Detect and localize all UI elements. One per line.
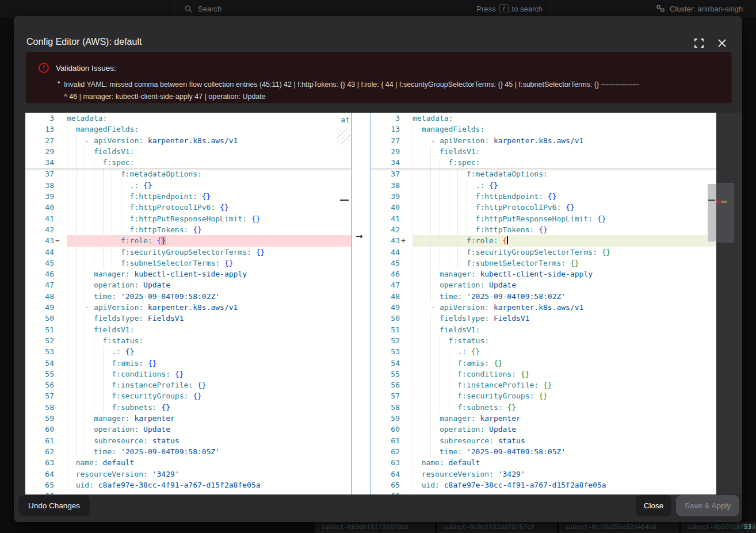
code-line[interactable]: 55f:conditions: {} [371, 369, 716, 379]
cluster-selector[interactable]: Cluster: anirban-singh [656, 0, 743, 17]
code-line[interactable]: 50fieldsType: FieldsV1 [25, 313, 351, 324]
code-line[interactable]: 46manager: kubectl-client-side-apply [371, 269, 716, 279]
code-line[interactable]: 44f:securityGroupSelectorTerms: {} [371, 247, 716, 258]
sticky-line[interactable]: 13managedFields: [25, 124, 351, 135]
code-line[interactable]: 62time: '2025-09-04T09:58:05Z' [371, 446, 716, 457]
modified-editor-pane[interactable]: 3metadata:13managedFields:27- apiVersion… [371, 113, 716, 494]
code-line[interactable]: 63name: default [25, 457, 351, 468]
code-line[interactable]: 40f:httpProtocolIPv6: {} [25, 202, 351, 213]
code-line[interactable]: 56f:instanceProfile: {} [25, 379, 351, 390]
code-line[interactable]: 38.: {} [371, 180, 716, 191]
code-line[interactable]: 54f:amis: {} [25, 358, 351, 369]
global-search-input[interactable]: Search Press / to search [174, 0, 551, 17]
code-text: operation: Update [413, 279, 716, 290]
code-line[interactable]: 53.: {} [371, 346, 716, 357]
code-line[interactable]: 45f:subnetSelectorTerms: {} [371, 258, 716, 269]
code-line[interactable]: 49- apiVersion: karpenter.k8s.aws/v1 [25, 302, 351, 313]
expand-icon[interactable] [694, 38, 707, 51]
diff-marker [400, 313, 413, 324]
code-text: f:role: {} [67, 235, 351, 246]
code-line[interactable]: 42f:httpTokens: {} [371, 224, 716, 235]
original-editor-pane[interactable]: 3metadata:13managedFields:27- apiVersion… [25, 113, 351, 494]
sticky-line[interactable]: 27- apiVersion: karpenter.k8s.aws/v1 [25, 135, 351, 146]
code-line[interactable]: 46manager: kubectl-client-side-apply [25, 269, 351, 279]
sticky-line[interactable]: 29fieldsV1: [25, 146, 351, 157]
code-line[interactable]: 60operation: Update [371, 424, 716, 435]
code-line[interactable]: 50fieldsType: FieldsV1 [371, 313, 716, 324]
code-line[interactable]: 64resourceVersion: '3429' [371, 469, 716, 480]
undo-changes-button[interactable]: Undo Changes [18, 495, 90, 516]
sticky-line[interactable]: 3metadata: [371, 113, 716, 124]
code-line[interactable]: 61subresource: status [371, 435, 716, 446]
code-line[interactable]: 56f:instanceProfile: {} [371, 379, 716, 390]
code-line[interactable]: 55f:conditions: {} [25, 369, 351, 379]
diff-sash[interactable]: → [351, 113, 371, 494]
code-line[interactable]: 54f:amis: {} [371, 358, 716, 369]
code-line[interactable]: 37f:metadataOptions: [371, 168, 716, 179]
sticky-line[interactable]: 3metadata: [25, 113, 351, 124]
code-text: time: '2025-09-04T09:58:02Z' [67, 291, 351, 302]
save-apply-button-disabled[interactable]: Save & Apply [676, 495, 739, 516]
code-line[interactable]: 51fieldsV1: [25, 324, 351, 335]
modified-code[interactable]: 37f:metadataOptions:38.: {}39f:httpEndpo… [371, 168, 716, 494]
code-line[interactable]: 64resourceVersion: '3429' [25, 469, 351, 480]
minimap[interactable] [716, 113, 742, 494]
code-line[interactable]: 48time: '2025-09-04T09:58:02Z' [371, 291, 716, 302]
code-line[interactable]: 41f:httpPutResponseHopLimit: {} [25, 213, 351, 224]
code-line[interactable]: 38.: {} [25, 180, 351, 191]
code-line[interactable]: 43+f:role: { [371, 235, 716, 246]
code-line[interactable]: 52f:status: [371, 335, 716, 346]
sticky-line[interactable]: 34f:spec: [25, 157, 351, 168]
code-text: fieldsType: FieldsV1 [413, 313, 716, 324]
code-line[interactable]: 51fieldsV1: [371, 324, 716, 335]
code-line[interactable]: 65uid: c8afe97e-38cc-4f91-a767-d15f2a8fe… [25, 480, 351, 490]
code-line[interactable]: 43−f:role: {} [25, 235, 351, 246]
code-line[interactable]: 59manager: karpenter [371, 413, 716, 424]
code-line[interactable]: 41f:httpPutResponseHopLimit: {} [371, 213, 716, 224]
code-line[interactable]: 53.: {} [25, 346, 351, 357]
original-code[interactable]: 37f:metadataOptions:38.: {}39f:httpEndpo… [25, 168, 351, 494]
revert-arrow-button[interactable]: → [356, 231, 363, 241]
token: fieldsType: [94, 314, 143, 323]
code-line[interactable]: 52f:status: [25, 335, 351, 346]
code-line[interactable]: 47operation: Update [25, 279, 351, 290]
code-line[interactable]: 45f:subnetSelectorTerms: {} [25, 258, 351, 269]
code-line[interactable]: 57f:securityGroups: {} [25, 390, 351, 401]
close-button[interactable]: Close [636, 495, 671, 516]
code-line[interactable]: 47operation: Update [371, 279, 716, 290]
line-gutter: 50 [25, 313, 67, 324]
code-line[interactable]: 57f:securityGroups: {} [371, 390, 716, 401]
token: '2025-09-04T09:58:05Z' [121, 447, 220, 456]
line-number: 51 [25, 324, 54, 335]
sticky-line[interactable]: 13managedFields: [371, 124, 716, 135]
code-line[interactable]: 65uid: c8afe97e-38cc-4f91-a767-d15f2a8fe… [371, 480, 716, 490]
code-line[interactable]: 49- apiVersion: karpenter.k8s.aws/v1 [371, 302, 716, 313]
vertical-scrollbar[interactable] [708, 184, 716, 241]
code-line[interactable]: 39f:httpEndpoint: {} [371, 191, 716, 202]
token: f:amis: [112, 359, 143, 367]
diff-marker [400, 390, 413, 401]
code-line[interactable]: 60operation: Update [25, 424, 351, 435]
sticky-line[interactable]: 29fieldsV1: [371, 146, 716, 157]
code-line[interactable]: 61subresource: status [25, 435, 351, 446]
code-line[interactable]: 42f:httpTokens: {} [25, 224, 351, 235]
code-line[interactable]: 59manager: karpenter [25, 413, 351, 424]
code-line[interactable]: 44f:securityGroupSelectorTerms: {} [25, 247, 351, 258]
code-line[interactable]: 58f:subnets: {} [25, 402, 351, 413]
code-line[interactable]: 48time: '2025-09-04T09:58:02Z' [25, 291, 351, 302]
minimap-slider[interactable] [716, 183, 734, 243]
code-line[interactable]: 62time: '2025-09-04T09:58:05Z' [25, 446, 351, 457]
sticky-line[interactable]: 34f:spec: [371, 157, 716, 168]
close-icon[interactable] [717, 38, 730, 51]
code-text: name: default [67, 457, 351, 468]
code-line[interactable]: 40f:httpProtocolIPv6: {} [371, 202, 716, 213]
code-line[interactable]: 66spec: [371, 490, 716, 494]
code-line[interactable]: 63name: default [371, 457, 716, 468]
code-line[interactable]: 37f:metadataOptions: [25, 168, 351, 179]
sticky-line[interactable]: 27- apiVersion: karpenter.k8s.aws/v1 [371, 135, 716, 146]
code-line[interactable]: 39f:httpEndpoint: {} [25, 191, 351, 202]
token [143, 303, 148, 312]
code-line[interactable]: 58f:subnets: {} [371, 402, 716, 413]
token [462, 292, 467, 301]
code-line[interactable]: 66spec: [25, 490, 351, 494]
